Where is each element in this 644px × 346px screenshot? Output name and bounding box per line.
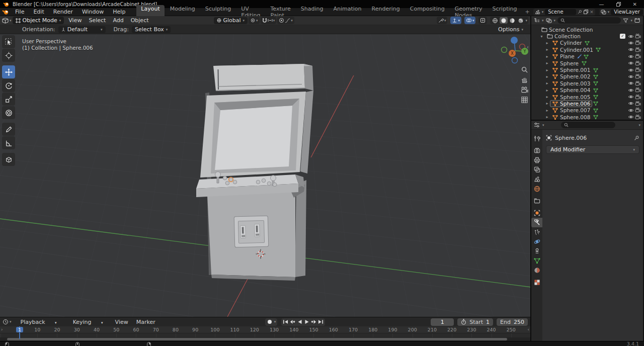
new-scene-icon[interactable]	[584, 10, 588, 14]
hide-in-viewport-eye-icon[interactable]	[627, 101, 634, 106]
disable-in-renders-camera-icon[interactable]	[634, 101, 641, 106]
hide-in-viewport-eye-icon[interactable]	[627, 74, 634, 79]
properties-options-dropdown[interactable]: ▾	[638, 123, 640, 127]
rendered-shading-button[interactable]	[517, 17, 525, 24]
outliner-row[interactable]: ▸ Sphere.006 ✓	[533, 100, 643, 107]
menu-view[interactable]: View	[65, 17, 85, 24]
ruler-frame-label[interactable]: 230	[467, 327, 476, 332]
outliner-row[interactable]: ▸ Sphere.003 ✓	[533, 80, 643, 86]
tab-world[interactable]	[531, 184, 542, 194]
timeline-editor-icon[interactable]	[3, 319, 9, 325]
breadcrumb-object-name[interactable]: Sphere.006	[555, 135, 587, 141]
menu-render[interactable]: Render	[49, 9, 77, 15]
tab-view-layer[interactable]	[531, 165, 542, 175]
ruler-frame-label[interactable]: 100	[210, 327, 219, 332]
tab-object[interactable]	[531, 208, 542, 218]
outliner-editor-icon[interactable]	[534, 18, 540, 23]
pin-id-icon[interactable]	[634, 135, 639, 141]
xray-toggle[interactable]	[478, 17, 487, 24]
view-layer-dropdown-arrow[interactable]: ▾	[608, 10, 610, 14]
tab-object-data[interactable]	[531, 256, 542, 266]
menu-tl-view[interactable]: View	[111, 319, 132, 325]
editor-type-icon[interactable]	[2, 18, 9, 24]
tab-scene[interactable]	[531, 175, 542, 184]
ruler-frame-label[interactable]: 120	[250, 327, 259, 332]
measure-tool-button[interactable]	[2, 136, 15, 149]
tab-physics[interactable]	[531, 237, 542, 246]
falloff-curve-icon[interactable]	[285, 18, 290, 23]
disclosure-icon[interactable]: ▸	[544, 74, 550, 79]
tab-output[interactable]	[531, 155, 542, 165]
hide-in-viewport-eye-icon[interactable]	[627, 115, 634, 119]
menu-marker[interactable]: Marker	[132, 319, 159, 325]
ruler-frame-label[interactable]: 90	[192, 327, 198, 332]
disable-in-renders-camera-icon[interactable]	[634, 81, 641, 86]
timeline-scroll-track[interactable]	[0, 337, 530, 341]
jump-to-end-button[interactable]	[317, 319, 324, 325]
tab-tool[interactable]	[531, 134, 542, 143]
menu-add[interactable]: Add	[109, 17, 127, 24]
filter-funnel-icon[interactable]	[623, 18, 628, 23]
move-tool-button[interactable]	[2, 65, 15, 78]
new-collection-icon[interactable]	[634, 18, 640, 23]
scene-icon[interactable]	[535, 10, 540, 15]
disable-in-renders-camera-icon[interactable]	[634, 34, 641, 39]
viewport-canvas[interactable]: X Y	[0, 34, 530, 317]
pan-viewport-button[interactable]	[519, 74, 530, 84]
collection-checkbox[interactable]: ✓	[620, 34, 625, 39]
ruler-frame-label[interactable]: 220	[447, 327, 456, 332]
scene-dropdown-arrow[interactable]: ▾	[542, 10, 544, 14]
options-button[interactable]: Options▾	[495, 26, 526, 33]
outliner-editor-dropdown[interactable]: ▾	[542, 19, 544, 23]
disable-in-renders-camera-icon[interactable]	[634, 40, 641, 45]
orientation-dropdown[interactable]: Default ▾	[58, 26, 106, 33]
toggle-orthographic-button[interactable]	[519, 95, 530, 105]
disclosure-icon[interactable]: ▸	[544, 95, 550, 99]
material-preview-button[interactable]	[508, 17, 516, 24]
tab-collection[interactable]	[531, 196, 542, 206]
disable-in-renders-camera-icon[interactable]	[634, 47, 641, 52]
play-button[interactable]	[303, 319, 310, 325]
outliner-search-field[interactable]	[557, 17, 621, 24]
proportional-editing-icon[interactable]	[279, 18, 284, 23]
snap-target-icon[interactable]	[268, 18, 273, 23]
rotate-tool-button[interactable]	[2, 79, 15, 92]
ruler-collapse-arrow[interactable]: ‹	[527, 327, 529, 332]
scale-tool-button[interactable]	[2, 93, 15, 106]
3d-viewport[interactable]: X Y User Perspective (1) Collection | Sp…	[0, 34, 530, 317]
solid-shading-button[interactable]	[500, 17, 508, 24]
outliner-row[interactable]: ▸ Sphere.005 ✓	[533, 94, 643, 100]
shading-dropdown-arrow[interactable]: ▾	[525, 19, 527, 23]
end-frame-field[interactable]: 250	[514, 319, 524, 325]
ruler-frame-label[interactable]: 180	[368, 327, 377, 332]
ruler-frame-label[interactable]: 110	[230, 327, 239, 332]
annotate-tool-button[interactable]	[2, 123, 15, 136]
ruler-frame-label[interactable]: 30	[74, 327, 80, 332]
hide-in-viewport-eye-icon[interactable]	[627, 95, 634, 99]
disclosure-icon[interactable]: ▸	[544, 47, 550, 52]
menu-keying[interactable]: Keying ▾	[65, 319, 111, 325]
outliner-row[interactable]: ▸ Sphere ✓	[533, 60, 643, 66]
camera-view-button[interactable]	[519, 84, 530, 95]
ruler-frame-label[interactable]: 20	[54, 327, 60, 332]
restore-button[interactable]	[616, 2, 621, 7]
show-object-types-dropdown[interactable]: ▾	[437, 17, 448, 24]
disclosure-icon[interactable]: ▸	[544, 115, 550, 119]
menu-help[interactable]: Help	[109, 9, 129, 15]
proportional-editing-group[interactable]: ▾	[277, 17, 294, 24]
menu-window[interactable]: Window	[78, 9, 108, 15]
close-button[interactable]: ✕	[633, 2, 637, 7]
ruler-frame-label[interactable]: 140	[289, 327, 298, 332]
hide-in-viewport-eye-icon[interactable]	[627, 41, 634, 45]
display-mode-dropdown[interactable]: ▾	[554, 19, 556, 23]
pin-icon[interactable]	[578, 10, 582, 14]
add-cube-tool-button[interactable]	[2, 153, 15, 166]
outliner-row[interactable]: ▸ Scene Collection ✓	[533, 26, 643, 33]
view-layer-field[interactable]: ViewLayer	[611, 9, 643, 15]
sidebar-expand-arrow[interactable]: ‹	[527, 44, 529, 50]
ruler-frame-label[interactable]: 50	[113, 327, 119, 332]
tab-texture[interactable]	[531, 278, 542, 287]
blender-menu-icon[interactable]	[2, 9, 9, 15]
zoom-viewport-button[interactable]	[519, 64, 530, 74]
disclosure-icon[interactable]: ▸	[544, 81, 550, 85]
